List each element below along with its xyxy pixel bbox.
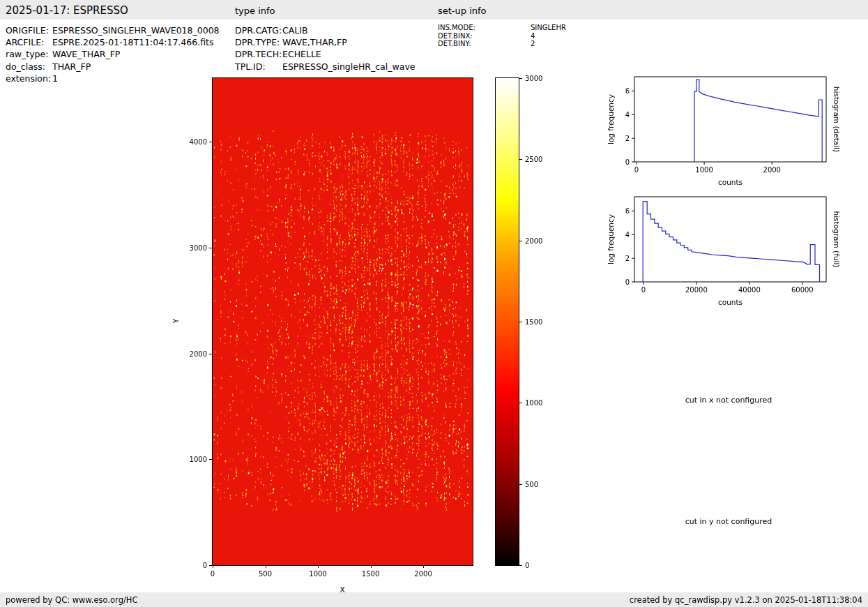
colorbar-tick-label: 1500 <box>525 318 542 326</box>
meta-value: SINGLEHR <box>531 24 566 32</box>
meta-value: ECHELLE <box>282 48 321 60</box>
meta-row: DPR.TYPE:WAVE,THAR,FP <box>235 36 415 48</box>
histogram-full-plot: 02000040000600000246countslog frequencyh… <box>603 190 844 312</box>
y-tick-label: 0 <box>625 158 630 166</box>
meta-row: ORIGFILE:ESPRESSO_SINGLEHR_WAVE018_0008 <box>6 24 220 36</box>
meta-row: DPR.CATG:CALIB <box>235 24 415 36</box>
x-axis-label: counts <box>718 298 743 306</box>
colorbar-tick-label: 2000 <box>525 237 542 244</box>
x-tick-label: 20000 <box>685 286 708 294</box>
y-tick-label: 2 <box>625 255 630 262</box>
colorbar-tick <box>519 78 522 79</box>
y-tick-label: 0 <box>625 278 630 286</box>
meta-key: DET.BINX: <box>438 32 531 40</box>
y-tick-label: 0 <box>203 562 207 569</box>
y-tick-label: 1000 <box>190 456 207 463</box>
y-axis-label: log frequency <box>607 214 615 264</box>
colorbar-tick-label: 0 <box>525 562 529 569</box>
x-tick-label: 1500 <box>362 570 379 578</box>
header-bar: 2025-01-17: ESPRESSO type info set-up in… <box>0 0 868 20</box>
meta-value: ESPRE.2025-01-18T11:04:17.466.fits <box>52 36 213 48</box>
setup-info-label: set-up info <box>438 6 487 16</box>
x-tick-label: 60000 <box>791 286 814 294</box>
meta-key: INS.MODE: <box>438 24 531 32</box>
meta-value: WAVE_THAR_FP <box>52 48 120 60</box>
setup-info-metadata: INS.MODE:SINGLEHR DET.BINX:4 DET.BINY:2 <box>438 24 566 48</box>
y-axis-label: log frequency <box>607 94 615 144</box>
y-tick-label: 6 <box>625 87 630 95</box>
y-tick-label: 2 <box>625 135 630 142</box>
x-tick-label: 40000 <box>738 286 761 294</box>
meta-row: TPL.ID:ESPRESSO_singleHR_cal_wave <box>235 61 415 73</box>
x-tick-label: 1000 <box>309 570 326 578</box>
meta-key: ORIGFILE: <box>6 24 52 36</box>
colorbar-tick <box>519 565 522 566</box>
meta-key: DPR.TYPE: <box>235 36 282 48</box>
colorbar-tick <box>519 241 522 241</box>
meta-row: DPR.TECH:ECHELLE <box>235 48 415 60</box>
x-tick-label: 500 <box>259 570 272 578</box>
histogram-detail-plot: 0100020000246countslog frequencyhistogra… <box>603 70 844 192</box>
page-title: 2025-01-17: ESPRESSO <box>6 4 128 17</box>
colorbar-tick-label: 3000 <box>525 75 542 82</box>
meta-key: DPR.TECH: <box>235 48 282 60</box>
y-tick-label: 6 <box>625 207 630 215</box>
meta-row: raw_type:WAVE_THAR_FP <box>6 48 220 60</box>
meta-row: DET.BINX:4 <box>438 32 566 40</box>
x-tick-label: 0 <box>641 286 646 294</box>
y-tick-label: 4 <box>625 231 630 239</box>
cut-in-x-message: cut in x not configured <box>685 396 772 405</box>
detector-raw-image <box>213 78 473 565</box>
colorbar-tick-label: 500 <box>525 480 538 488</box>
y-tick-label: 4000 <box>190 138 207 146</box>
meta-key: DPR.CATG: <box>235 24 282 36</box>
meta-key: ARCFILE: <box>6 36 52 48</box>
type-info-label: type info <box>235 6 275 16</box>
y-tick-label: 2000 <box>190 350 207 357</box>
meta-value: 2 <box>531 40 535 48</box>
detector-raw-image-plot <box>212 77 473 566</box>
x-tick-label: 2000 <box>763 166 781 174</box>
colorbar-tick <box>519 484 522 485</box>
right-axis-label: histogram (detail) <box>832 87 841 152</box>
histogram-line <box>694 80 822 162</box>
plot-frame <box>634 77 826 162</box>
x-tick-label: 0 <box>211 570 215 578</box>
x-tick-label: 1000 <box>695 166 713 174</box>
histogram-line <box>643 202 819 282</box>
meta-row: do_class:THAR_FP <box>6 61 220 73</box>
y-tick-label: 4 <box>625 111 630 119</box>
meta-row: extension:1 <box>6 73 220 84</box>
colorbar <box>495 77 519 566</box>
x-tick-label: 0 <box>634 166 639 174</box>
meta-value: 1 <box>52 73 58 84</box>
meta-value: WAVE,THAR,FP <box>282 36 347 48</box>
meta-value: THAR_FP <box>52 61 91 73</box>
footer-bar: powered by QC: www.eso.org/HC created by… <box>0 592 868 607</box>
cut-in-y-message: cut in y not configured <box>685 517 772 526</box>
x-tick-label: 2000 <box>414 570 432 578</box>
meta-key: extension: <box>6 73 52 84</box>
meta-value: ESPRESSO_singleHR_cal_wave <box>282 61 415 73</box>
x-axis-label: counts <box>718 178 743 186</box>
meta-key: TPL.ID: <box>235 61 282 73</box>
type-info-metadata: DPR.CATG:CALIB DPR.TYPE:WAVE,THAR,FP DPR… <box>235 24 415 73</box>
meta-value: ESPRESSO_SINGLEHR_WAVE018_0008 <box>52 24 220 36</box>
right-axis-label: histogram (full) <box>832 211 841 268</box>
colorbar-tick <box>519 403 522 403</box>
meta-row: DET.BINY:2 <box>438 40 566 48</box>
meta-value: 4 <box>531 32 535 40</box>
colorbar-gradient <box>496 78 519 565</box>
y-tick-label: 3000 <box>190 243 207 251</box>
qc-report-page: 2025-01-17: ESPRESSO type info set-up in… <box>0 0 868 607</box>
meta-key: DET.BINY: <box>438 40 531 48</box>
footer-created-by: created by qc_rawdisp.py v1.2.3 on 2025-… <box>630 595 862 605</box>
meta-key: do_class: <box>6 61 52 73</box>
colorbar-tick-label: 2500 <box>525 156 542 163</box>
footer-powered-by: powered by QC: www.eso.org/HC <box>6 595 137 605</box>
meta-key: raw_type: <box>6 48 52 60</box>
plot-frame <box>634 197 826 282</box>
meta-value: CALIB <box>282 24 308 36</box>
detector-y-axis-label: Y <box>172 319 180 323</box>
colorbar-tick-label: 1000 <box>525 399 542 407</box>
